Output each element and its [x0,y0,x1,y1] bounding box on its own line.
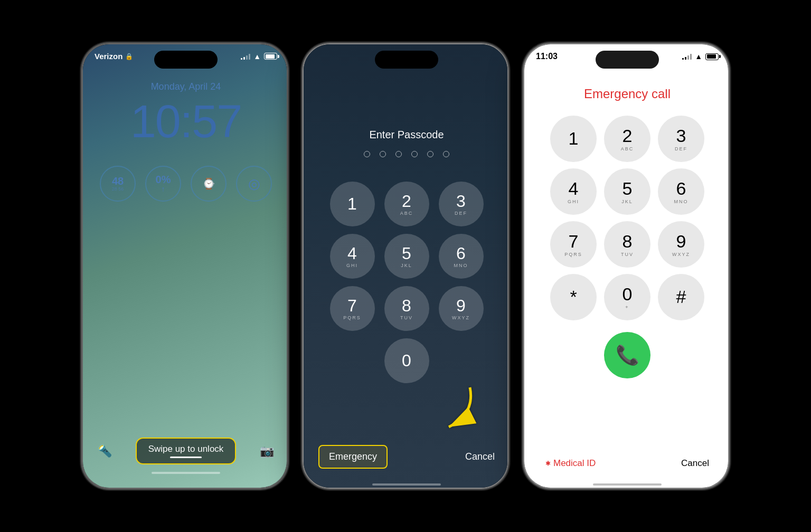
carrier-label: Verizon 🔒 [95,52,133,61]
e-key-2[interactable]: 2 ABC [604,116,650,162]
passcode-dot-4 [411,151,418,157]
phone-emergency: 11:03 ▲ Emergency call 1 [523,43,729,489]
numpad-key-0[interactable]: 0 [384,338,429,383]
p3-signal-bars [682,53,692,60]
numpad-key-9[interactable]: 9 WXYZ [439,286,484,331]
numpad-key-5[interactable]: 5 JKL [384,234,429,279]
passcode-dot-3 [395,151,402,157]
passcode-dot-6 [443,151,449,157]
yellow-arrow [433,382,480,437]
passcode-dot-2 [380,151,386,157]
widget-temp: 48 28 56 [100,166,136,202]
passcode-title: Enter Passcode [304,129,508,141]
emergency-button[interactable]: Emergency [318,445,388,469]
camera-icon[interactable]: 📷 [260,444,274,458]
numpad: 1 2 ABC 3 DEF 4 GHI [304,182,508,383]
numpad-key-1[interactable]: 1 [330,182,375,226]
passcode-dot-5 [427,151,433,157]
dynamic-island-3 [596,51,659,69]
emergency-screen: 11:03 ▲ Emergency call 1 [524,44,729,489]
e-key-3[interactable]: 3 DEF [658,116,704,162]
carrier-text: Verizon [95,52,122,61]
e-key-7[interactable]: 7 PQRS [550,221,597,268]
home-indicator-2 [372,483,441,486]
torch-icon[interactable]: 🔦 [98,444,112,458]
numpad-empty-right [439,338,484,383]
passcode-dots [304,151,508,157]
numpad-row-3: 7 PQRS 8 TUV 9 WXYZ [330,286,484,331]
e-key-9[interactable]: 9 WXYZ [658,221,704,268]
home-indicator [152,472,220,474]
e-numpad-row-2: 4 GHI 5 JKL 6 MNO [550,168,704,215]
widgets-row: 48 28 56 0% ↑ ⌚ ◎ [83,166,288,202]
lock-bottom: 🔦 Swipe up to unlock 📷 [83,438,288,474]
numpad-key-8[interactable]: 8 TUV [384,286,429,331]
swipe-unlock-button[interactable]: Swipe up to unlock [136,438,237,464]
swipe-bar [170,457,202,458]
numpad-key-3[interactable]: 3 DEF [439,182,484,226]
numpad-row-2: 4 GHI 5 JKL 6 MNO [330,234,484,279]
wifi-icon: ▲ [253,52,261,61]
numpad-key-2[interactable]: 2 ABC [384,182,429,226]
phone-call-icon: 📞 [616,344,639,366]
phone-passcode: Enter Passcode 1 2 ABC [303,43,508,489]
e-key-4[interactable]: 4 GHI [550,168,597,215]
e-empty-left [550,332,597,378]
emergency-numpad: 1 2 ABC 3 DEF 4 GHI [524,116,729,378]
numpad-key-6[interactable]: 6 MNO [439,234,484,279]
passcode-screen: Enter Passcode 1 2 ABC [304,44,508,489]
widget-watch: ⌚ [191,166,227,202]
home-indicator-3 [593,483,662,486]
battery-fill [266,54,275,59]
p3-cancel-button[interactable]: Cancel [681,458,709,469]
numpad-key-4[interactable]: 4 GHI [330,234,375,279]
signal-bars [241,53,250,60]
widget-battery: 0% ↑ [145,166,181,202]
passcode-dot-1 [364,151,370,157]
e-empty-right [658,332,704,378]
lockscreen-screen: Verizon 🔒 ▲ Monday, April 24 10:57 [83,44,288,489]
lock-icon: 🔒 [125,53,133,60]
e-key-5[interactable]: 5 JKL [604,168,650,215]
p3-wifi-icon: ▲ [695,52,702,61]
numpad-key-7[interactable]: 7 PQRS [330,286,375,331]
asterisk-icon: ✱ [545,460,551,467]
phone-lockscreen: Verizon 🔒 ▲ Monday, April 24 10:57 [82,43,288,489]
phones-container: Verizon 🔒 ▲ Monday, April 24 10:57 [66,33,745,499]
dynamic-island-2 [375,51,438,69]
e-numpad-row-1: 1 2 ABC 3 DEF [550,116,704,162]
p2-bottom: Emergency Cancel [304,445,508,469]
e-numpad-row-3: 7 PQRS 8 TUV 9 WXYZ [550,221,704,268]
dynamic-island [154,51,218,69]
p3-time: 11:03 [536,52,558,61]
numpad-empty-left [330,338,375,383]
numpad-row-1: 1 2 ABC 3 DEF [330,182,484,226]
swipe-label: Swipe up to unlock [148,444,224,454]
medical-id-button[interactable]: ✱ Medical ID [545,458,596,469]
numpad-row-4: 0 [330,338,484,383]
widget-circle4: ◎ [236,166,272,202]
p3-bottom: ✱ Medical ID Cancel [524,458,729,469]
lock-bottom-row: 🔦 Swipe up to unlock 📷 [83,438,288,464]
p3-status-right: ▲ [682,52,719,61]
e-key-star[interactable]: * [550,274,597,320]
e-key-0[interactable]: 0 + [604,274,650,320]
e-key-1[interactable]: 1 [550,116,597,162]
e-key-6[interactable]: 6 MNO [658,168,704,215]
e-numpad-row-4: * 0 + # [550,274,704,320]
battery-icon [264,53,277,60]
call-button[interactable]: 📞 [604,332,650,378]
medical-id-label: Medical ID [553,458,596,469]
lock-time: 10:57 [83,94,288,148]
e-key-8[interactable]: 8 TUV [604,221,650,268]
p3-battery-fill [707,54,716,59]
p3-battery-icon [705,53,719,60]
lock-date: Monday, April 24 [83,81,288,92]
status-right: ▲ [241,52,277,61]
e-key-hash[interactable]: # [658,274,704,320]
cancel-button[interactable]: Cancel [465,451,495,462]
call-btn-row: 📞 [550,332,704,378]
emergency-call-title: Emergency call [524,87,729,101]
